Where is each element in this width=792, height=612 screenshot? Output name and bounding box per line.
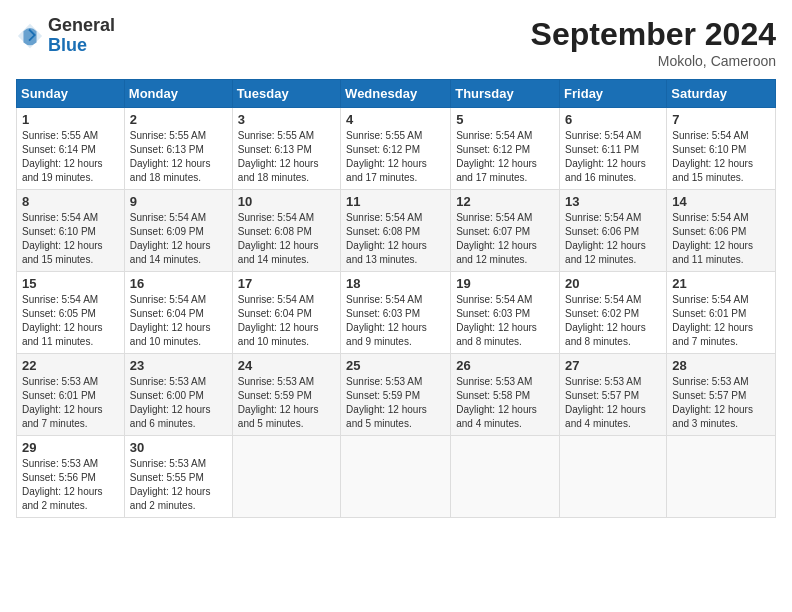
- logo-blue: Blue: [48, 35, 87, 55]
- calendar-week-row: 1 Sunrise: 5:55 AMSunset: 6:14 PMDayligh…: [17, 108, 776, 190]
- day-number: 27: [565, 358, 661, 373]
- calendar-cell: 21 Sunrise: 5:54 AMSunset: 6:01 PMDaylig…: [667, 272, 776, 354]
- calendar-cell: 14 Sunrise: 5:54 AMSunset: 6:06 PMDaylig…: [667, 190, 776, 272]
- calendar-week-row: 22 Sunrise: 5:53 AMSunset: 6:01 PMDaylig…: [17, 354, 776, 436]
- day-info: Sunrise: 5:54 AMSunset: 6:04 PMDaylight:…: [238, 293, 335, 349]
- calendar-cell: 9 Sunrise: 5:54 AMSunset: 6:09 PMDayligh…: [124, 190, 232, 272]
- calendar-cell: [341, 436, 451, 518]
- day-number: 30: [130, 440, 227, 455]
- day-number: 14: [672, 194, 770, 209]
- day-info: Sunrise: 5:54 AMSunset: 6:06 PMDaylight:…: [565, 211, 661, 267]
- calendar-cell: 16 Sunrise: 5:54 AMSunset: 6:04 PMDaylig…: [124, 272, 232, 354]
- day-info: Sunrise: 5:53 AMSunset: 6:00 PMDaylight:…: [130, 375, 227, 431]
- day-number: 25: [346, 358, 445, 373]
- weekday-header-sunday: Sunday: [17, 80, 125, 108]
- calendar-cell: [667, 436, 776, 518]
- day-info: Sunrise: 5:54 AMSunset: 6:05 PMDaylight:…: [22, 293, 119, 349]
- day-info: Sunrise: 5:54 AMSunset: 6:12 PMDaylight:…: [456, 129, 554, 185]
- calendar-cell: 4 Sunrise: 5:55 AMSunset: 6:12 PMDayligh…: [341, 108, 451, 190]
- logo: General Blue: [16, 16, 115, 56]
- day-info: Sunrise: 5:54 AMSunset: 6:10 PMDaylight:…: [672, 129, 770, 185]
- calendar-cell: 11 Sunrise: 5:54 AMSunset: 6:08 PMDaylig…: [341, 190, 451, 272]
- day-number: 15: [22, 276, 119, 291]
- day-info: Sunrise: 5:53 AMSunset: 5:59 PMDaylight:…: [346, 375, 445, 431]
- day-info: Sunrise: 5:54 AMSunset: 6:01 PMDaylight:…: [672, 293, 770, 349]
- calendar-cell: 5 Sunrise: 5:54 AMSunset: 6:12 PMDayligh…: [451, 108, 560, 190]
- day-info: Sunrise: 5:54 AMSunset: 6:08 PMDaylight:…: [238, 211, 335, 267]
- calendar-cell: 29 Sunrise: 5:53 AMSunset: 5:56 PMDaylig…: [17, 436, 125, 518]
- day-number: 13: [565, 194, 661, 209]
- day-info: Sunrise: 5:53 AMSunset: 5:57 PMDaylight:…: [672, 375, 770, 431]
- day-info: Sunrise: 5:54 AMSunset: 6:03 PMDaylight:…: [456, 293, 554, 349]
- calendar-cell: 20 Sunrise: 5:54 AMSunset: 6:02 PMDaylig…: [560, 272, 667, 354]
- day-number: 3: [238, 112, 335, 127]
- calendar-cell: 17 Sunrise: 5:54 AMSunset: 6:04 PMDaylig…: [232, 272, 340, 354]
- day-number: 8: [22, 194, 119, 209]
- weekday-header-monday: Monday: [124, 80, 232, 108]
- month-title: September 2024: [531, 16, 776, 53]
- day-info: Sunrise: 5:53 AMSunset: 6:01 PMDaylight:…: [22, 375, 119, 431]
- calendar-cell: [451, 436, 560, 518]
- page-header: General Blue September 2024 Mokolo, Came…: [16, 16, 776, 69]
- calendar-cell: 26 Sunrise: 5:53 AMSunset: 5:58 PMDaylig…: [451, 354, 560, 436]
- day-info: Sunrise: 5:54 AMSunset: 6:11 PMDaylight:…: [565, 129, 661, 185]
- day-info: Sunrise: 5:55 AMSunset: 6:13 PMDaylight:…: [130, 129, 227, 185]
- day-info: Sunrise: 5:53 AMSunset: 5:56 PMDaylight:…: [22, 457, 119, 513]
- weekday-header-friday: Friday: [560, 80, 667, 108]
- day-number: 12: [456, 194, 554, 209]
- calendar-cell: 8 Sunrise: 5:54 AMSunset: 6:10 PMDayligh…: [17, 190, 125, 272]
- day-number: 29: [22, 440, 119, 455]
- day-number: 4: [346, 112, 445, 127]
- calendar-cell: 24 Sunrise: 5:53 AMSunset: 5:59 PMDaylig…: [232, 354, 340, 436]
- day-number: 7: [672, 112, 770, 127]
- day-info: Sunrise: 5:53 AMSunset: 5:57 PMDaylight:…: [565, 375, 661, 431]
- calendar-cell: 15 Sunrise: 5:54 AMSunset: 6:05 PMDaylig…: [17, 272, 125, 354]
- calendar-cell: 27 Sunrise: 5:53 AMSunset: 5:57 PMDaylig…: [560, 354, 667, 436]
- calendar-cell: 1 Sunrise: 5:55 AMSunset: 6:14 PMDayligh…: [17, 108, 125, 190]
- weekday-header-wednesday: Wednesday: [341, 80, 451, 108]
- calendar-cell: 19 Sunrise: 5:54 AMSunset: 6:03 PMDaylig…: [451, 272, 560, 354]
- weekday-header-thursday: Thursday: [451, 80, 560, 108]
- weekday-header-row: SundayMondayTuesdayWednesdayThursdayFrid…: [17, 80, 776, 108]
- day-info: Sunrise: 5:54 AMSunset: 6:07 PMDaylight:…: [456, 211, 554, 267]
- day-info: Sunrise: 5:53 AMSunset: 5:55 PMDaylight:…: [130, 457, 227, 513]
- day-info: Sunrise: 5:53 AMSunset: 5:59 PMDaylight:…: [238, 375, 335, 431]
- day-number: 10: [238, 194, 335, 209]
- calendar-cell: 3 Sunrise: 5:55 AMSunset: 6:13 PMDayligh…: [232, 108, 340, 190]
- day-number: 22: [22, 358, 119, 373]
- calendar-cell: 6 Sunrise: 5:54 AMSunset: 6:11 PMDayligh…: [560, 108, 667, 190]
- weekday-header-tuesday: Tuesday: [232, 80, 340, 108]
- day-number: 21: [672, 276, 770, 291]
- logo-text: General Blue: [48, 16, 115, 56]
- calendar-week-row: 29 Sunrise: 5:53 AMSunset: 5:56 PMDaylig…: [17, 436, 776, 518]
- location: Mokolo, Cameroon: [531, 53, 776, 69]
- logo-general: General: [48, 15, 115, 35]
- day-info: Sunrise: 5:55 AMSunset: 6:13 PMDaylight:…: [238, 129, 335, 185]
- calendar-cell: [232, 436, 340, 518]
- day-number: 18: [346, 276, 445, 291]
- title-area: September 2024 Mokolo, Cameroon: [531, 16, 776, 69]
- calendar-cell: 7 Sunrise: 5:54 AMSunset: 6:10 PMDayligh…: [667, 108, 776, 190]
- weekday-header-saturday: Saturday: [667, 80, 776, 108]
- day-info: Sunrise: 5:55 AMSunset: 6:14 PMDaylight:…: [22, 129, 119, 185]
- calendar-cell: 23 Sunrise: 5:53 AMSunset: 6:00 PMDaylig…: [124, 354, 232, 436]
- calendar-cell: 12 Sunrise: 5:54 AMSunset: 6:07 PMDaylig…: [451, 190, 560, 272]
- day-number: 23: [130, 358, 227, 373]
- calendar-cell: 13 Sunrise: 5:54 AMSunset: 6:06 PMDaylig…: [560, 190, 667, 272]
- day-number: 11: [346, 194, 445, 209]
- calendar-cell: 22 Sunrise: 5:53 AMSunset: 6:01 PMDaylig…: [17, 354, 125, 436]
- calendar-cell: 30 Sunrise: 5:53 AMSunset: 5:55 PMDaylig…: [124, 436, 232, 518]
- day-number: 1: [22, 112, 119, 127]
- calendar-cell: 28 Sunrise: 5:53 AMSunset: 5:57 PMDaylig…: [667, 354, 776, 436]
- day-number: 28: [672, 358, 770, 373]
- day-number: 20: [565, 276, 661, 291]
- calendar-week-row: 15 Sunrise: 5:54 AMSunset: 6:05 PMDaylig…: [17, 272, 776, 354]
- day-number: 16: [130, 276, 227, 291]
- day-info: Sunrise: 5:54 AMSunset: 6:02 PMDaylight:…: [565, 293, 661, 349]
- calendar-cell: 18 Sunrise: 5:54 AMSunset: 6:03 PMDaylig…: [341, 272, 451, 354]
- calendar-table: SundayMondayTuesdayWednesdayThursdayFrid…: [16, 79, 776, 518]
- day-info: Sunrise: 5:55 AMSunset: 6:12 PMDaylight:…: [346, 129, 445, 185]
- day-info: Sunrise: 5:54 AMSunset: 6:04 PMDaylight:…: [130, 293, 227, 349]
- calendar-cell: 2 Sunrise: 5:55 AMSunset: 6:13 PMDayligh…: [124, 108, 232, 190]
- day-number: 5: [456, 112, 554, 127]
